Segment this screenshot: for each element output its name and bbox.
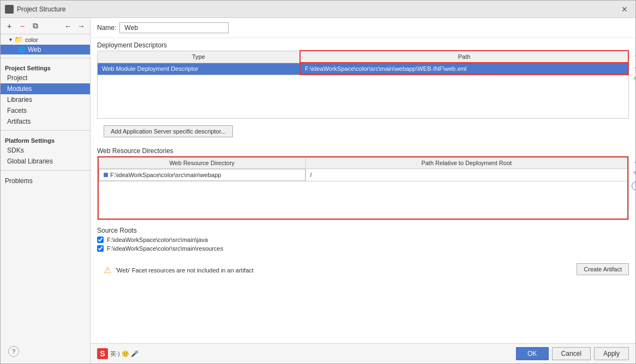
create-artifact-button[interactable]: Create Artifact [577, 263, 629, 275]
project-settings-header: Project Settings [1, 62, 90, 72]
cancel-button[interactable]: Cancel [552, 347, 591, 360]
name-label: Name: [97, 24, 116, 32]
web-resource-label: Web Resource Directories [91, 144, 635, 156]
type-cell: Web Module Deployment Descriptor [98, 63, 301, 75]
source-root-resources-path: F:\ideaWorkSpace\color\src\main\resource… [107, 245, 223, 252]
name-input[interactable] [119, 22, 229, 33]
source-root-java-checkbox[interactable] [97, 236, 104, 243]
web-icon: 🌐 [18, 46, 26, 53]
type-col-header: Type [98, 51, 301, 63]
warning-icon: ⚠ [104, 265, 111, 275]
source-root-resources: F:\ideaWorkSpace\color\src\main\resource… [91, 244, 635, 253]
sidebar: + − ⧉ ← → ▾ 📁 color 🌐 Web Pr [1, 18, 91, 363]
deployment-descriptors-label: Deployment Descriptors [91, 38, 635, 50]
sidebar-divider-2 [1, 130, 90, 131]
source-root-java-path: F:\ideaWorkSpace\color\src\main\java [107, 236, 208, 243]
close-button[interactable]: ✕ [618, 3, 631, 16]
sidebar-item-sdks[interactable]: SDKs [1, 145, 90, 156]
sidebar-item-problems[interactable]: Problems [1, 174, 90, 188]
name-row: Name: [91, 18, 635, 38]
sidebar-item-project[interactable]: Project [1, 72, 90, 83]
wr-table-row[interactable]: F:\ideaWorkSpace\color\src\main\webapp / [98, 168, 628, 181]
deployment-descriptors-table: Type Path Web Module Deployment Descript… [97, 50, 629, 119]
folder-label: color [25, 37, 38, 43]
app-icon [5, 5, 14, 14]
wr-table-side-buttons: + ✎ ? [631, 156, 635, 191]
chevron-down-icon: ▾ [9, 37, 12, 43]
warning-row: ⚠ 'Web' Facet resources are not included… [97, 262, 260, 278]
dialog-buttons: S 英·) 🙂 🎤 OK Cancel Apply [91, 343, 635, 363]
folder-icon: 📁 [14, 35, 23, 44]
brand-s-logo: S [97, 348, 108, 359]
tree-child-web[interactable]: 🌐 Web [1, 45, 90, 54]
wr-path-rel-cell: / [305, 168, 628, 181]
source-root-resources-checkbox[interactable] [97, 245, 104, 252]
sidebar-divider-1 [1, 58, 90, 58]
wr-edit-button[interactable]: ✎ [631, 168, 635, 179]
source-roots-label: Source Roots [91, 223, 635, 235]
window-title: Project Structure [17, 5, 618, 13]
title-bar: Project Structure ✕ [1, 1, 635, 18]
main-scroll-area: Deployment Descriptors Type Path Web Mod… [91, 38, 635, 343]
wr-dir-cell: F:\ideaWorkSpace\color\src\main\webapp [99, 169, 305, 181]
web-label: Web [28, 46, 41, 53]
deployment-table-side-buttons: + − ✎ [631, 50, 635, 85]
sidebar-remove-button[interactable]: − [17, 21, 28, 32]
wr-dir-col-header: Web Resource Directory [98, 157, 305, 169]
bottom-action-row: ⚠ 'Web' Facet resources are not included… [91, 257, 635, 281]
web-resource-table-container: Web Resource Directory Path Relative to … [97, 156, 629, 221]
sidebar-back-button[interactable]: ← [63, 21, 74, 32]
main-panel: Name: Deployment Descriptors Type Path [91, 18, 635, 363]
deployment-add-button[interactable]: + [631, 50, 635, 61]
platform-settings-header: Platform Settings [1, 134, 90, 145]
sidebar-item-global-libraries[interactable]: Global Libraries [1, 156, 90, 167]
project-structure-window: Project Structure ✕ + − ⧉ ← → ▾ 📁 color [0, 0, 636, 364]
warning-text: 'Web' Facet resources are not included i… [116, 267, 254, 274]
wr-help-button[interactable]: ? [632, 181, 635, 190]
source-root-java: F:\ideaWorkSpace\color\src\main\java [91, 235, 635, 244]
tree-folder-color[interactable]: ▾ 📁 color [1, 34, 90, 45]
path-col-header: Path [300, 51, 628, 63]
sidebar-item-libraries[interactable]: Libraries [1, 94, 90, 105]
content-area: + − ⧉ ← → ▾ 📁 color 🌐 Web Pr [1, 18, 635, 363]
help-button[interactable]: ? [8, 346, 19, 357]
wr-add-button[interactable]: + [631, 156, 635, 167]
sidebar-forward-button[interactable]: → [76, 21, 87, 32]
sidebar-copy-button[interactable]: ⧉ [30, 21, 41, 32]
sidebar-divider-3 [1, 170, 90, 171]
sidebar-item-facets[interactable]: Facets [1, 105, 90, 116]
add-descriptor-button[interactable]: Add Application Server specific descript… [104, 125, 233, 137]
wr-path-col-header: Path Relative to Deployment Root [305, 157, 628, 169]
brand-area: S 英·) 🙂 🎤 [97, 347, 139, 360]
brand-text: 英·) 🙂 🎤 [110, 350, 139, 358]
sidebar-item-artifacts[interactable]: Artifacts [1, 116, 90, 127]
deployment-edit-button[interactable]: ✎ [631, 74, 635, 85]
table-row[interactable]: Web Module Deployment Descriptor F:\idea… [98, 63, 629, 75]
apply-button[interactable]: Apply [594, 347, 629, 360]
sidebar-add-button[interactable]: + [4, 21, 15, 32]
sidebar-toolbar: + − ⧉ ← → [1, 18, 90, 34]
sidebar-item-modules[interactable]: Modules [1, 83, 90, 94]
deployment-remove-button[interactable]: − [631, 62, 635, 73]
web-resource-table: Web Resource Directory Path Relative to … [98, 156, 628, 220]
ok-button[interactable]: OK [516, 347, 549, 360]
path-cell: F:\ideaWorkSpace\color\src\main\webapp\W… [300, 63, 628, 75]
